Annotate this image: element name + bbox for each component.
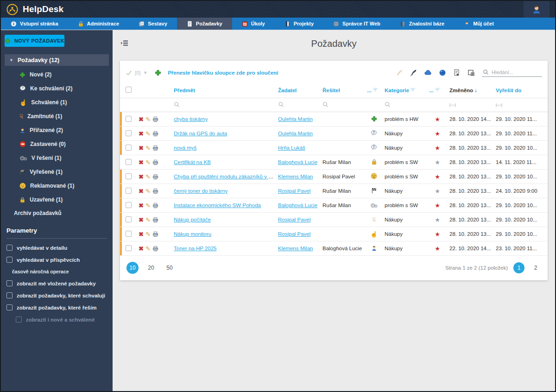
sidebar-item-archiv[interactable]: Archiv požadavků xyxy=(1,207,113,220)
edit-icon[interactable]: ✎ xyxy=(145,173,151,180)
filter-predmet[interactable] xyxy=(172,98,276,112)
sidebar-item-vy-e-en-1-[interactable]: Vyřešené (1) xyxy=(1,165,113,179)
table-row[interactable]: ✖ ✎ chyba tiskárny Oulehla Martin problé… xyxy=(120,112,548,126)
table-row[interactable]: ✖ ✎ Toner na HP 2025 Klemens Milan Balog… xyxy=(120,241,548,256)
zadatel-link[interactable]: Klemens Milan xyxy=(278,246,313,251)
zadatel-link[interactable]: Oulehla Martin xyxy=(278,131,313,136)
param-checkbox-row[interactable]: zobrazit požadavky, které řeším xyxy=(1,304,113,310)
printer-icon[interactable] xyxy=(152,231,158,237)
zadatel-link[interactable]: Rosipal Pavel xyxy=(278,231,310,237)
table-row[interactable]: ✖ ✎ Certifikát na KB Baloghová Lucie Ruš… xyxy=(120,155,548,170)
user-menu[interactable] xyxy=(524,1,550,18)
add-row-icon[interactable] xyxy=(155,70,161,76)
row-checkbox[interactable] xyxy=(126,188,132,194)
printer-icon[interactable] xyxy=(152,145,158,151)
page-2[interactable]: 2 xyxy=(530,262,541,273)
checkbox[interactable] xyxy=(6,292,13,298)
checkbox[interactable] xyxy=(6,280,13,286)
table-row[interactable]: ✖ ✎ Chyba při spuštění modulu zákazníků … xyxy=(120,170,548,184)
printer-icon[interactable] xyxy=(152,246,158,252)
param-checkbox-row[interactable]: vyhledávat v příspěvcích xyxy=(1,257,113,263)
row-checkbox[interactable] xyxy=(126,202,132,208)
sidebar-item-zam-tnut-1-[interactable]: ☟Zamítnuté (1) xyxy=(1,109,113,123)
printer-icon[interactable] xyxy=(152,188,158,194)
edit-icon[interactable]: ✎ xyxy=(145,145,151,152)
subject-link[interactable]: Držák na GPS do auta xyxy=(174,131,227,136)
row-checkbox[interactable] xyxy=(126,116,132,122)
table-row[interactable]: ✖ ✎ Instalace ekonomického SW Pohoda Bal… xyxy=(120,198,548,213)
selected-check-icon[interactable] xyxy=(126,70,132,76)
table-row[interactable]: ✖ ✎ Držák na GPS do auta Oulehla Martin … xyxy=(120,126,548,141)
param-checkbox-row[interactable]: zobrazit i nové a schválené xyxy=(1,316,113,322)
collapse-sidebar-icon[interactable] xyxy=(121,40,128,46)
param-checkbox-row[interactable]: zobrazit požadavky, které schvaluji xyxy=(1,292,113,298)
sidebar-item-v-e-en-1-[interactable]: ⚙⚙V řešení (1) xyxy=(1,151,113,165)
sidebar-item-ke-schv-len-2-[interactable]: ?Ke schválení (2) xyxy=(1,82,113,95)
delete-icon[interactable]: ✖ xyxy=(139,173,144,180)
table-row[interactable]: ✖ ✎ Nákup počítače Rosipal Pavel ☟ Nákup… xyxy=(120,213,548,227)
param-checkbox-row[interactable]: zobrazit mé vložené požadavky xyxy=(1,280,113,286)
row-checkbox[interactable] xyxy=(126,173,132,179)
nav-tab--koly[interactable]: Úkoly xyxy=(232,18,275,30)
page-1[interactable]: 1 xyxy=(513,262,524,273)
printer-icon[interactable] xyxy=(152,131,158,137)
printer-icon[interactable] xyxy=(152,159,158,165)
export-file-icon[interactable] xyxy=(453,69,461,76)
sidebar-item-uzav-en-1-[interactable]: Uzavřené (1) xyxy=(1,193,113,207)
filter-funnel-icon[interactable] xyxy=(373,88,378,92)
subject-link[interactable]: nová myš xyxy=(174,145,196,151)
nav-tab-spr-vce-it-web[interactable]: Správce IT Web xyxy=(323,18,390,30)
nav-tab-projekty[interactable]: Projekty xyxy=(275,18,323,30)
subject-link[interactable]: Instalace ekonomického SW Pohoda xyxy=(174,202,261,208)
sidebar-item-reklamovan-1-[interactable]: Reklamované (1) xyxy=(1,179,113,193)
printer-icon[interactable] xyxy=(152,202,158,209)
delete-icon[interactable]: ✖ xyxy=(139,116,144,123)
checkbox[interactable] xyxy=(16,316,22,322)
table-row[interactable]: ✖ ✎ černý toner do tiskárny Rosipal Pave… xyxy=(120,184,548,198)
nav-tab-znalostn-b-ze[interactable]: Znalostní báze xyxy=(390,18,454,30)
cloud-icon[interactable] xyxy=(424,69,432,76)
subject-link[interactable]: Certifikát na KB xyxy=(174,159,211,165)
delete-icon[interactable]: ✖ xyxy=(139,130,144,137)
delete-icon[interactable]: ✖ xyxy=(139,145,144,152)
columns-layout-icon[interactable] xyxy=(468,69,475,76)
edit-icon[interactable]: ✎ xyxy=(145,216,151,223)
row-checkbox[interactable] xyxy=(126,216,132,222)
sphere-icon[interactable] xyxy=(439,69,446,76)
subject-link[interactable]: Nákup monitoru xyxy=(174,231,211,237)
nav-tab-po-adavky[interactable]: Požadavky xyxy=(177,18,232,30)
zadatel-link[interactable]: Hrňa Lukáš xyxy=(278,145,305,151)
sidebar-item-nov-2-[interactable]: Nové (2) xyxy=(1,68,113,82)
row-checkbox[interactable] xyxy=(126,159,132,165)
checkbox[interactable] xyxy=(6,304,13,310)
filter-funnel-icon[interactable] xyxy=(411,88,415,92)
row-checkbox[interactable] xyxy=(126,245,132,251)
delete-icon[interactable]: ✖ xyxy=(139,216,144,223)
zadatel-link[interactable]: Rosipal Pavel xyxy=(278,217,310,222)
zadatel-link[interactable]: Klemens Milan xyxy=(278,174,313,179)
sidebar-item-pozadavky-root[interactable]: ▼ Požadavky (12) xyxy=(5,54,109,66)
filter-funnel-icon[interactable] xyxy=(435,88,440,92)
delete-icon[interactable]: ✖ xyxy=(139,231,144,238)
filter-resitel[interactable] xyxy=(321,98,365,112)
col-zmeneno[interactable]: Změněno ↓ xyxy=(448,82,494,98)
clear-filter-icon[interactable] xyxy=(396,69,403,76)
sidebar-item-p-i-azen-2-[interactable]: Přiřazené (2) xyxy=(1,123,113,137)
filter-zmeneno[interactable] xyxy=(448,98,494,112)
subject-link[interactable]: Chyba při spuštění modulu zákazníků v C.… xyxy=(174,174,276,179)
zadatel-link[interactable]: Rosipal Pavel xyxy=(278,188,310,194)
zadatel-link[interactable]: Baloghová Lucie xyxy=(278,202,317,208)
sidebar-item-schv-len-1-[interactable]: ☝Schválené (1) xyxy=(1,95,113,109)
filter-zadatel[interactable] xyxy=(276,98,321,112)
zadatel-link[interactable]: Baloghová Lucie xyxy=(278,159,317,165)
col-vyresit[interactable]: Vyřešit do xyxy=(494,82,548,98)
edit-icon[interactable]: ✎ xyxy=(145,130,151,137)
edit-icon[interactable]: ✎ xyxy=(145,231,151,238)
delete-icon[interactable]: ✖ xyxy=(139,245,144,252)
col-status[interactable]: ... xyxy=(365,82,383,98)
printer-icon[interactable] xyxy=(152,174,158,180)
edit-icon[interactable]: ✎ xyxy=(145,159,151,166)
nav-tab-m-j-et[interactable]: Můj účet xyxy=(454,18,504,30)
sidebar-item-zastaven-0-[interactable]: Zastavené (0) xyxy=(1,137,113,151)
delete-icon[interactable]: ✖ xyxy=(139,188,144,195)
